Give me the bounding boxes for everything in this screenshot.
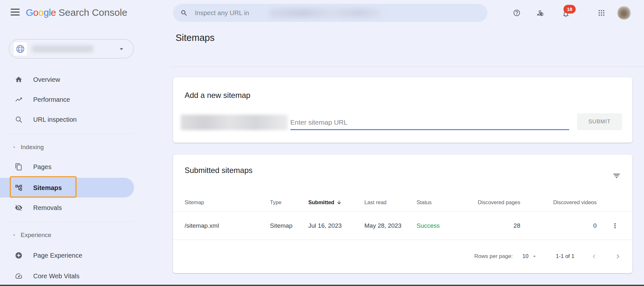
column-header-status[interactable]: Status	[417, 199, 468, 205]
redacted-property-name	[32, 45, 93, 52]
account-avatar[interactable]	[617, 6, 631, 20]
column-header-type[interactable]: Type	[270, 199, 308, 205]
sort-descending-arrow-icon	[336, 200, 342, 205]
submitted-sitemaps-title: Submitted sitemaps	[185, 166, 253, 175]
apps-grid-icon[interactable]	[598, 9, 605, 17]
column-header-last-read[interactable]: Last read	[364, 199, 417, 205]
page-experience-star-icon	[15, 252, 23, 259]
sidebar-item-performance[interactable]: URL inspection Performance	[0, 90, 134, 110]
column-header-discovered-pages[interactable]: Discovered pages	[468, 199, 520, 205]
table-row: /sitemap.xml Sitemap Jul 16, 2023 May 28…	[173, 212, 632, 240]
caret-down-icon	[12, 145, 17, 150]
speedometer-icon	[15, 272, 23, 280]
sidebar-divider	[9, 133, 134, 134]
title-divider	[170, 67, 644, 67]
table-header-row: Sitemap Type Submitted Last read Status …	[173, 193, 632, 211]
page-title: Sitemaps	[176, 33, 215, 43]
sidebar-item-core-web-vitals[interactable]: Core Web Vitals	[0, 266, 134, 286]
sitemap-url-input[interactable]	[290, 115, 569, 130]
sidebar-item-sitemaps[interactable]: Sitemaps	[0, 178, 134, 197]
sidebar-item-pages[interactable]: Pages	[0, 157, 134, 177]
redacted-site-url-prefix	[181, 115, 288, 130]
add-sitemap-card-title: Add a new sitemap	[185, 91, 250, 100]
sidebar-item-page-experience[interactable]: Page Experience	[0, 245, 134, 265]
row-overflow-menu-icon[interactable]	[610, 221, 620, 230]
cell-discovered-videos: 0	[520, 222, 597, 229]
url-inspection-searchbar[interactable]	[173, 4, 487, 22]
cell-type: Sitemap	[270, 222, 308, 229]
submitted-sitemaps-card: Submitted sitemaps Sitemap Type Submitte…	[173, 155, 632, 273]
app-logo[interactable]: GoogleSearch Console	[26, 7, 127, 18]
submit-button[interactable]: SUBMIT	[577, 113, 622, 130]
chevron-down-icon	[117, 45, 126, 53]
caret-down-icon	[531, 253, 538, 260]
trending-up-icon	[15, 96, 23, 103]
property-favicon	[13, 42, 27, 56]
globe-icon	[15, 44, 25, 54]
home-icon	[15, 76, 23, 83]
hamburger-menu-icon[interactable]	[11, 9, 20, 16]
pagination-bar: Rows per page: 10 1-1 of 1	[173, 240, 632, 273]
rows-per-page-select[interactable]: 10	[522, 253, 538, 260]
sidebar-item-url-inspection[interactable]: URL inspection	[0, 110, 134, 129]
pages-copy-icon	[15, 163, 23, 171]
eye-off-icon	[15, 204, 23, 212]
next-page-chevron-icon[interactable]	[614, 252, 622, 261]
cell-discovered-pages: 28	[468, 222, 520, 229]
user-settings-icon[interactable]	[537, 9, 544, 17]
sidebar-group-experience[interactable]: Experience	[0, 228, 134, 242]
pagination-range: 1-1 of 1	[556, 253, 574, 260]
sidebar-item-removals[interactable]: Removals	[0, 198, 134, 218]
search-icon	[180, 9, 188, 17]
search-icon	[15, 116, 23, 123]
filter-icon[interactable]	[612, 172, 621, 181]
cell-status: Success	[417, 222, 468, 229]
product-name: Search Console	[59, 7, 127, 18]
search-input[interactable]	[195, 9, 487, 17]
cell-submitted: Jul 16, 2023	[308, 222, 364, 229]
column-header-discovered-videos[interactable]: Discovered videos	[520, 199, 597, 205]
property-selector[interactable]	[9, 39, 134, 59]
redacted-avatar-photo	[617, 6, 631, 20]
sidebar-group-indexing[interactable]: Indexing	[0, 140, 134, 154]
sidebar-item-overview[interactable]: Overview	[0, 70, 134, 90]
notification-count-badge: 18	[563, 5, 576, 14]
column-header-submitted[interactable]: Submitted	[308, 199, 364, 205]
google-logo: Google	[26, 7, 56, 18]
caret-down-icon	[12, 233, 17, 238]
column-header-sitemap[interactable]: Sitemap	[185, 199, 270, 205]
cell-sitemap-path[interactable]: /sitemap.xml	[185, 222, 270, 229]
sidebar-divider	[9, 222, 134, 222]
help-icon[interactable]	[513, 9, 521, 17]
google-search-console-app: GoogleSearch Console 18 Overview URL ins…	[0, 0, 644, 286]
add-sitemap-card: Add a new sitemap SUBMIT	[173, 77, 632, 143]
bottom-edge-bar	[0, 285, 644, 286]
rows-per-page-label: Rows per page:	[474, 253, 513, 260]
sitemaps-tree-icon	[15, 184, 23, 192]
previous-page-chevron-icon[interactable]	[590, 252, 598, 261]
cell-last-read: May 28, 2023	[364, 222, 417, 229]
